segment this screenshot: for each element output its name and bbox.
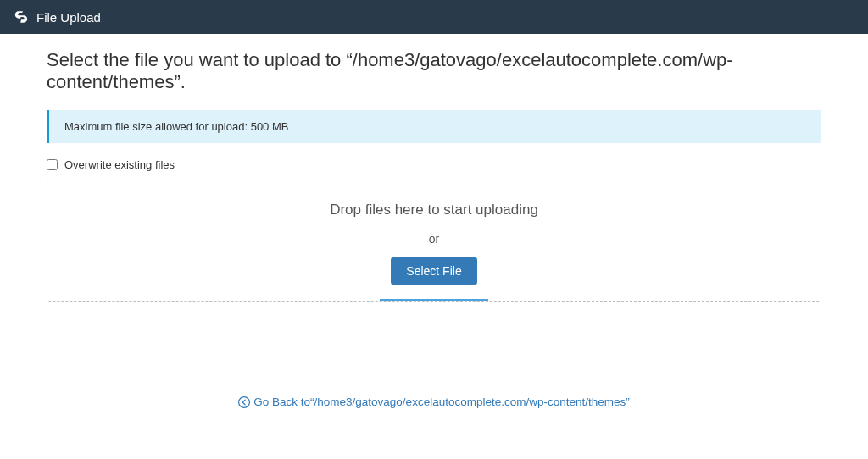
overwrite-checkbox[interactable]	[47, 159, 58, 170]
progress-indicator	[380, 299, 488, 301]
go-back-row: Go Back to “/home3/gatovago/excelautocom…	[47, 395, 821, 411]
max-filesize-notice: Maximum file size allowed for upload: 50…	[47, 110, 821, 143]
page-title-prefix: Select the file you want to upload to	[47, 49, 346, 70]
back-arrow-icon	[238, 396, 250, 408]
go-back-link[interactable]: Go Back to “/home3/gatovago/excelautocom…	[238, 395, 630, 408]
overwrite-label: Overwrite existing files	[64, 158, 175, 171]
app-header: File Upload	[0, 0, 868, 34]
go-back-prefix: Go Back to	[253, 395, 310, 408]
file-dropzone[interactable]: Drop files here to start uploading or Se…	[47, 180, 821, 302]
cpanel-logo-icon	[13, 8, 30, 25]
notice-text: Maximum file size allowed for upload: 50…	[64, 120, 288, 133]
overwrite-row: Overwrite existing files	[47, 158, 821, 171]
page-title: Select the file you want to upload to “/…	[47, 49, 821, 93]
header-title: File Upload	[36, 10, 101, 25]
svg-point-0	[239, 396, 250, 407]
dropzone-instruction: Drop files here to start uploading	[64, 202, 804, 218]
go-back-path: “/home3/gatovago/excelautocomplete.com/w…	[310, 395, 630, 408]
dropzone-or: or	[64, 232, 804, 246]
main-content: Select the file you want to upload to “/…	[0, 34, 868, 411]
select-file-button[interactable]: Select File	[391, 257, 476, 285]
